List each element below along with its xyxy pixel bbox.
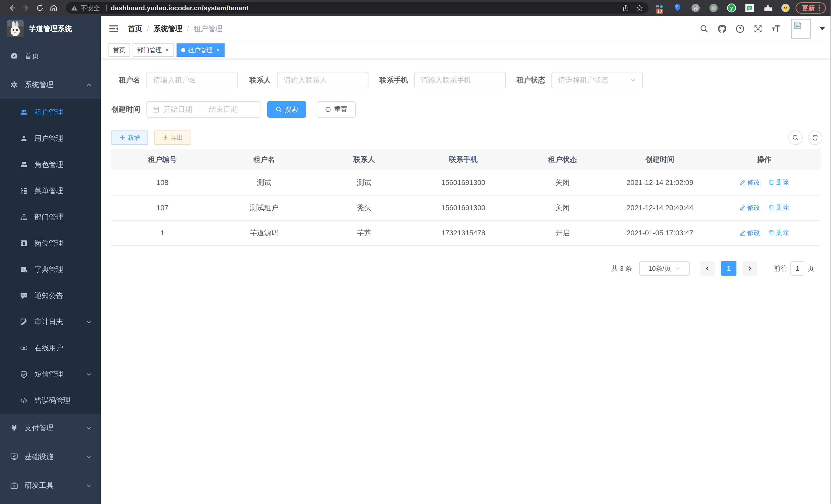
jump-page-input[interactable]: 1 bbox=[791, 261, 804, 276]
sidebar-item-menu[interactable]: 菜单管理 bbox=[0, 178, 101, 204]
export-button[interactable]: 导出 bbox=[154, 130, 191, 145]
forward-button[interactable] bbox=[19, 1, 33, 14]
cell-contact: 测试 bbox=[315, 170, 414, 195]
hide-search-button[interactable] bbox=[789, 130, 803, 145]
extensions-bar: 10 ⌘ y bbox=[655, 3, 791, 13]
delete-link[interactable]: 删除 bbox=[768, 228, 789, 237]
home-button[interactable] bbox=[47, 1, 61, 14]
page-size-select[interactable]: 10条/页 bbox=[639, 261, 690, 276]
extension-colorful-icon[interactable]: 10 bbox=[655, 3, 664, 13]
bookmark-star-icon[interactable] bbox=[636, 4, 643, 12]
address-bar[interactable]: 不安全 dashboard.yudao.iocoder.cn/system/te… bbox=[66, 2, 649, 13]
next-page-button[interactable] bbox=[743, 261, 757, 276]
cell-status: 开启 bbox=[513, 220, 612, 245]
sidebar-item-label: 菜单管理 bbox=[34, 186, 63, 196]
sidebar-toggle-button[interactable] bbox=[101, 24, 124, 34]
kebab-menu-icon[interactable] bbox=[819, 4, 821, 11]
cell-created: 2021-01-05 17:03:47 bbox=[612, 220, 708, 245]
extension-graydot-icon[interactable] bbox=[709, 3, 718, 13]
sidebar-item-devtools[interactable]: 研发工具 bbox=[0, 471, 101, 500]
search-button[interactable]: 搜索 bbox=[267, 101, 306, 118]
sidebar-item-user[interactable]: 用户管理 bbox=[0, 125, 101, 152]
share-icon[interactable] bbox=[622, 4, 630, 12]
table-row: 107 测试租户 秃头 15601691300 关闭 2021-12-14 20… bbox=[111, 195, 821, 220]
export-button-label: 导出 bbox=[171, 134, 183, 142]
chevron-down-icon bbox=[675, 266, 681, 271]
page-content: 租户名 请输入租户名 联系人 请输入联系人 联系手机 请输入联系手机 租户状态 … bbox=[101, 59, 831, 504]
tag-home[interactable]: 首页 bbox=[109, 43, 130, 57]
extension-chat-icon[interactable] bbox=[745, 3, 754, 13]
cell-tenant-name: 芋道源码 bbox=[214, 220, 315, 245]
app-logo[interactable]: 芋道管理系统 bbox=[0, 16, 101, 41]
sidebar-item-label: 角色管理 bbox=[34, 160, 63, 170]
sidebar-item-label: 支付管理 bbox=[25, 423, 53, 433]
avatar-dropdown-caret[interactable] bbox=[820, 27, 825, 30]
browser-update-button[interactable]: 更新 bbox=[796, 2, 826, 13]
sidebar-item-error-code[interactable]: 错误码管理 bbox=[0, 387, 101, 414]
tag-close-icon[interactable]: ✕ bbox=[216, 48, 220, 53]
contact-name-input[interactable]: 请输入联系人 bbox=[277, 72, 369, 88]
sidebar-item-infra[interactable]: 基础设施 bbox=[0, 442, 101, 471]
trash-icon bbox=[768, 205, 774, 211]
delete-link[interactable]: 删除 bbox=[768, 178, 789, 186]
contact-mobile-input[interactable]: 请输入联系手机 bbox=[414, 72, 506, 88]
sidebar-item-audit-log[interactable]: 审计日志 bbox=[0, 309, 101, 335]
sidebar-item-online-user[interactable]: 在线用户 bbox=[0, 335, 101, 361]
chevron-down-icon bbox=[86, 425, 92, 431]
edit-link[interactable]: 修改 bbox=[740, 228, 760, 237]
trash-icon bbox=[768, 230, 774, 236]
sidebar-item-post[interactable]: 岗位管理 bbox=[0, 230, 101, 256]
tag-close-icon[interactable]: ✕ bbox=[165, 48, 169, 53]
sidebar-item-label: 字典管理 bbox=[34, 265, 63, 274]
tenant-status-select[interactable]: 请选择租户状态 bbox=[551, 72, 643, 88]
sidebar-item-sms[interactable]: 短信管理 bbox=[0, 361, 101, 387]
add-button[interactable]: 新增 bbox=[111, 130, 148, 145]
back-button[interactable] bbox=[5, 1, 19, 14]
tag-dept[interactable]: 部门管理✕ bbox=[133, 43, 174, 57]
breadcrumb-home[interactable]: 首页 bbox=[128, 24, 142, 34]
delete-label: 删除 bbox=[776, 228, 789, 237]
reload-button[interactable] bbox=[33, 1, 47, 14]
help-icon[interactable]: ? bbox=[735, 24, 745, 34]
edit-link[interactable]: 修改 bbox=[740, 203, 760, 212]
prev-page-button[interactable] bbox=[700, 261, 715, 276]
tenant-name-input[interactable]: 请输入租户名 bbox=[146, 72, 238, 88]
extension-balloon-icon[interactable] bbox=[673, 3, 683, 13]
avatar[interactable] bbox=[792, 19, 811, 38]
header-search-icon[interactable] bbox=[699, 24, 709, 34]
font-size-icon[interactable] bbox=[771, 24, 781, 34]
sidebar-item-dict[interactable]: 字典管理 bbox=[0, 256, 101, 283]
breadcrumb-system[interactable]: 系统管理 bbox=[154, 24, 182, 34]
reset-button[interactable]: 重置 bbox=[317, 101, 355, 118]
contact-mobile-label: 联系手机 bbox=[379, 75, 414, 85]
fullscreen-icon[interactable] bbox=[753, 24, 763, 34]
delete-link[interactable]: 删除 bbox=[768, 203, 789, 212]
sidebar-item-payment[interactable]: ¥ 支付管理 bbox=[0, 414, 101, 442]
tag-label: 租户管理 bbox=[188, 46, 212, 54]
tag-tenant[interactable]: 租户管理✕ bbox=[176, 43, 225, 57]
refresh-button[interactable] bbox=[808, 130, 822, 145]
extension-emoji-icon[interactable] bbox=[781, 3, 791, 13]
table-row: 1 芋道源码 芋艿 17321315478 开启 2021-01-05 17:0… bbox=[111, 220, 821, 245]
sidebar-item-dept[interactable]: 部门管理 bbox=[0, 204, 101, 230]
create-time-range-input[interactable]: 开始日期 - 结束日期 bbox=[146, 101, 261, 118]
sidebar-item-home[interactable]: 首页 bbox=[0, 41, 101, 70]
sidebar-item-tenant[interactable]: 租户管理 bbox=[0, 99, 101, 125]
infrastructure-icon bbox=[10, 453, 18, 461]
github-icon[interactable] bbox=[717, 24, 727, 34]
extension-puzzle-icon[interactable] bbox=[763, 3, 772, 13]
extension-y-icon[interactable]: y bbox=[727, 3, 737, 13]
page-number-1[interactable]: 1 bbox=[721, 261, 737, 276]
sidebar-item-system[interactable]: 系统管理 bbox=[0, 70, 101, 99]
sidebar-item-role[interactable]: 角色管理 bbox=[0, 152, 101, 178]
table-row: 108 测试 测试 15601691300 关闭 2021-12-14 21:0… bbox=[111, 170, 821, 195]
sidebar-item-label: 在线用户 bbox=[34, 343, 63, 353]
date-separator: - bbox=[199, 105, 202, 114]
pagination: 共 3 条 10条/页 1 前往 1 页 bbox=[111, 261, 814, 276]
edit-link[interactable]: 修改 bbox=[740, 178, 760, 186]
extension-command-icon[interactable]: ⌘ bbox=[691, 3, 700, 13]
chevron-down-icon bbox=[86, 371, 92, 377]
sidebar-item-notice[interactable]: 通知公告 bbox=[0, 283, 101, 309]
refresh-icon bbox=[325, 106, 332, 113]
cell-created: 2021-12-14 20:49:44 bbox=[612, 195, 708, 220]
